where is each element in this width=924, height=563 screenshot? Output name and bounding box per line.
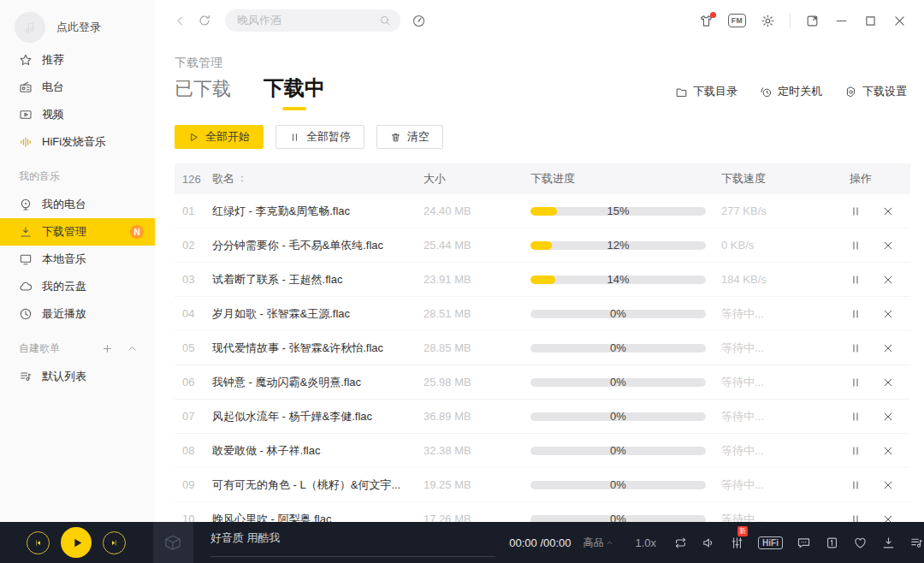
- skin-button[interactable]: [699, 14, 714, 28]
- pause-all-button[interactable]: 全部暂停: [275, 125, 364, 149]
- close-icon[interactable]: [892, 14, 907, 28]
- sidebar-item-recommend[interactable]: 推荐: [0, 46, 155, 74]
- volume-icon[interactable]: [702, 536, 716, 550]
- table-row[interactable]: 06 我钟意 - 魔动闪霸&炎明熹.flac 25.98 MB 0% 等待中..…: [175, 365, 910, 400]
- music-recognition-icon[interactable]: [412, 14, 426, 28]
- pause-row-icon[interactable]: [850, 513, 862, 523]
- sidebar: 点此登录 推荐 电台 视频 HiFi发烧音乐 我的音乐 我的电台 下载管理 N …: [0, 0, 155, 522]
- previous-track-button[interactable]: [27, 531, 50, 554]
- quality-selector[interactable]: 高品: [583, 536, 613, 550]
- remove-row-icon[interactable]: [882, 479, 894, 491]
- pause-row-icon[interactable]: [850, 445, 862, 457]
- sound-effects-button[interactable]: 新: [730, 536, 744, 550]
- file-size: 25.98 MB: [424, 376, 530, 388]
- remove-row-icon[interactable]: [882, 205, 894, 217]
- pause-row-icon[interactable]: [850, 205, 862, 217]
- sidebar-item-default-playlist[interactable]: 默认列表: [0, 363, 155, 390]
- remove-row-icon[interactable]: [882, 308, 894, 320]
- minimize-icon[interactable]: [834, 14, 849, 28]
- table-row[interactable]: 07 风起似水流年 - 杨千嬅&李健.flac 36.89 MB 0% 等待中.…: [175, 400, 910, 434]
- next-track-button[interactable]: [103, 531, 126, 554]
- sort-icon[interactable]: [238, 175, 246, 183]
- page-title: 下载管理: [175, 56, 924, 71]
- sidebar-item-download-manager[interactable]: 下载管理 N: [0, 218, 155, 246]
- pause-row-icon[interactable]: [850, 274, 862, 286]
- folder-icon: [675, 86, 688, 98]
- previous-icon: [33, 538, 43, 548]
- table-row[interactable]: 10 晚风心里吹 - 阿梨粤.flac 17.26 MB 0% 等待中...: [175, 502, 910, 522]
- album-art[interactable]: [153, 522, 193, 563]
- pause-row-icon[interactable]: [850, 411, 862, 423]
- progress-percent: 0%: [530, 478, 706, 491]
- favorite-heart-icon[interactable]: [853, 536, 868, 550]
- play-queue-icon[interactable]: [909, 536, 924, 550]
- progress-percent: 0%: [530, 410, 706, 423]
- comment-icon[interactable]: [797, 536, 811, 550]
- radio-icon: [19, 80, 33, 94]
- collapse-icon[interactable]: [127, 343, 138, 354]
- sidebar-item-hifi[interactable]: HiFi发烧音乐: [0, 128, 155, 156]
- remove-row-icon[interactable]: [882, 240, 894, 252]
- search-input[interactable]: 晚风作酒: [225, 9, 400, 32]
- pause-row-icon[interactable]: [850, 308, 862, 320]
- sidebar-item-recent-play[interactable]: 最近播放: [0, 300, 155, 328]
- remove-row-icon[interactable]: [882, 513, 894, 523]
- progress-cell: 12%: [530, 228, 721, 262]
- tab-downloaded[interactable]: 已下载: [175, 76, 231, 111]
- now-playing-info: 好音质 用酷我: [193, 522, 495, 563]
- start-all-button[interactable]: 全部开始: [175, 125, 264, 149]
- pause-row-icon[interactable]: [850, 479, 862, 491]
- fm-button[interactable]: FM: [728, 14, 746, 27]
- progress-percent: 0%: [530, 341, 706, 354]
- settings-gear-icon[interactable]: [761, 14, 775, 28]
- progress-cell: 0%: [530, 331, 721, 364]
- table-row[interactable]: 02 分分钟需要你 - 毛不易&单依纯.flac 25.44 MB 12% 0 …: [175, 228, 910, 263]
- table-row[interactable]: 08 敢爱敢做 - 林子祥.flac 32.38 MB 0% 等待中...: [175, 434, 910, 468]
- sidebar-item-my-radio[interactable]: 我的电台: [0, 191, 155, 218]
- remove-row-icon[interactable]: [882, 342, 894, 354]
- column-name[interactable]: 歌名: [212, 171, 424, 187]
- remove-row-icon[interactable]: [882, 445, 894, 457]
- table-row[interactable]: 05 现代爱情故事 - 张智霖&许秋怡.flac 28.85 MB 0% 等待中…: [175, 331, 910, 365]
- sidebar-item-local-music[interactable]: 本地音乐: [0, 246, 155, 273]
- table-row[interactable]: 09 可有可无的角色 - L（桃籽）&何文宇... 19.25 MB 0% 等待…: [175, 468, 910, 502]
- remove-row-icon[interactable]: [882, 274, 894, 286]
- remove-row-icon[interactable]: [882, 411, 894, 423]
- table-row[interactable]: 01 红绿灯 - 李克勤&周笔畅.flac 24.40 MB 15% 277 K…: [175, 194, 910, 228]
- song-name: 风起似水流年 - 杨千嬅&李健.flac: [212, 409, 424, 424]
- desktop-lyrics-icon[interactable]: [825, 536, 839, 550]
- avatar[interactable]: [15, 12, 45, 43]
- sidebar-item-cloud-disk[interactable]: 我的云盘: [0, 273, 155, 300]
- pause-row-icon[interactable]: [850, 376, 862, 388]
- profile-block[interactable]: 点此登录: [0, 0, 155, 46]
- search-icon[interactable]: [379, 15, 391, 27]
- maximize-icon[interactable]: [863, 14, 878, 28]
- hifi-button[interactable]: HiFi: [758, 536, 783, 549]
- remove-row-icon[interactable]: [882, 376, 894, 388]
- login-link[interactable]: 点此登录: [56, 20, 101, 35]
- scheduled-shutdown-button[interactable]: 定时关机: [760, 84, 822, 99]
- back-icon[interactable]: [174, 15, 187, 27]
- clear-button[interactable]: 清空: [376, 125, 443, 149]
- tab-downloading[interactable]: 下载中: [264, 74, 325, 111]
- loop-mode-icon[interactable]: [673, 536, 688, 550]
- download-settings-button[interactable]: 下载设置: [844, 84, 907, 99]
- download-song-icon[interactable]: [881, 536, 896, 550]
- download-directory-button[interactable]: 下载目录: [675, 84, 737, 99]
- play-icon: [71, 536, 84, 549]
- playback-rate-button[interactable]: 1.0x: [636, 536, 657, 549]
- pause-row-icon[interactable]: [850, 240, 862, 252]
- file-size: 32.38 MB: [424, 444, 530, 457]
- table-row[interactable]: 04 岁月如歌 - 张智霖&王源.flac 28.51 MB 0% 等待中...: [175, 297, 910, 331]
- play-button[interactable]: [61, 527, 92, 558]
- sidebar-item-radio[interactable]: 电台: [0, 74, 155, 101]
- button-label: 全部开始: [205, 129, 250, 145]
- table-row[interactable]: 03 试着断了联系 - 王超然.flac 23.91 MB 14% 184 KB…: [175, 263, 910, 297]
- mini-mode-icon[interactable]: [805, 14, 820, 28]
- add-playlist-icon[interactable]: [102, 343, 113, 354]
- column-ops: 操作: [850, 171, 910, 187]
- progress-slider[interactable]: [210, 556, 495, 557]
- refresh-icon[interactable]: [198, 14, 211, 27]
- sidebar-item-video[interactable]: 视频: [0, 101, 155, 128]
- pause-row-icon[interactable]: [850, 342, 862, 354]
